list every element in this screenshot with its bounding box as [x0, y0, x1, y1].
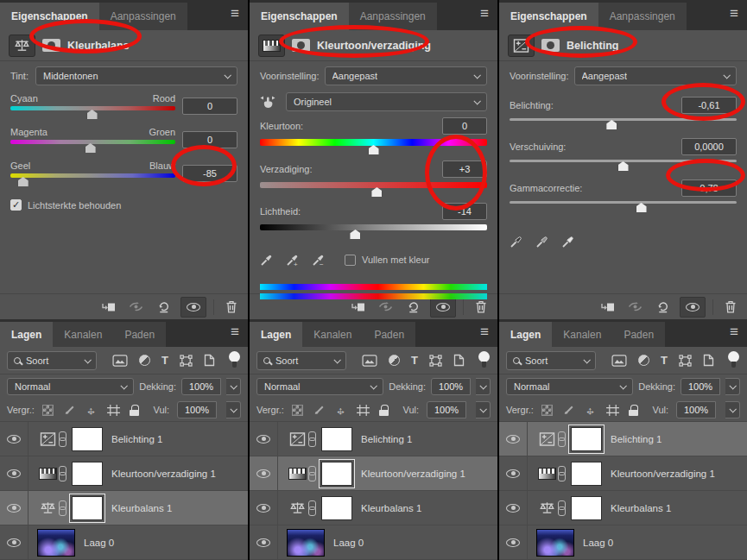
panel-menu-icon[interactable]: ≡	[480, 6, 497, 24]
layer-visibility-toggle[interactable]	[499, 525, 528, 559]
reset-icon[interactable]	[402, 297, 423, 318]
layer-mask-thumbnail[interactable]	[321, 462, 352, 486]
view-previous-state-icon[interactable]	[624, 297, 645, 318]
lock-artboard-icon[interactable]	[357, 405, 370, 416]
preset-select[interactable]: Aangepast	[574, 66, 738, 85]
blend-mode-select[interactable]: Normaal	[256, 378, 383, 395]
layer-row[interactable]: Kleurtoon/verzadiging 1	[0, 456, 248, 491]
slider-thumb[interactable]	[618, 161, 629, 171]
layers-menu-icon[interactable]: ≡	[231, 324, 248, 343]
opacity-value[interactable]: 100%	[181, 378, 221, 395]
pixel-layer-filter-icon[interactable]	[112, 355, 128, 367]
image-thumbnail[interactable]	[287, 529, 325, 557]
filter-type-select[interactable]: Soort	[256, 351, 346, 370]
slider-thumb[interactable]	[87, 110, 98, 119]
smart-object-filter-icon[interactable]	[453, 354, 465, 367]
clip-to-layer-icon[interactable]	[347, 297, 368, 318]
layer-visibility-toggle[interactable]	[499, 422, 528, 456]
blend-mode-select[interactable]: Normaal	[506, 378, 633, 395]
image-thumbnail[interactable]	[536, 529, 574, 557]
lock-all-icon[interactable]	[379, 405, 389, 416]
shape-layer-filter-icon[interactable]	[180, 355, 193, 367]
tab-lagen[interactable]: Lagen	[250, 322, 302, 347]
mask-link-icon[interactable]	[557, 431, 565, 446]
shape-layer-filter-icon[interactable]	[429, 355, 442, 367]
gamma-value[interactable]: 0,78	[681, 179, 737, 197]
layer-row[interactable]: Belichting 1	[499, 422, 747, 456]
fill-dropdown[interactable]	[725, 401, 740, 418]
smart-object-filter-icon[interactable]	[703, 354, 714, 367]
tab-aanpassingen[interactable]: Aanpassingen	[349, 3, 437, 30]
fill-dropdown[interactable]	[476, 401, 491, 418]
yellow-blue-slider[interactable]	[10, 173, 175, 186]
layer-row[interactable]: Belichting 1	[0, 422, 248, 456]
layer-mask-thumbnail[interactable]	[321, 496, 352, 520]
exposure-slider[interactable]	[510, 118, 737, 129]
lock-move-icon[interactable]: ↔↕	[85, 404, 98, 417]
eyedropper-plus-icon[interactable]: +	[286, 253, 300, 267]
white-point-eyedropper-icon[interactable]	[561, 235, 575, 249]
mask-link-icon[interactable]	[557, 500, 565, 515]
type-layer-filter-icon[interactable]: T	[661, 355, 668, 366]
opacity-dropdown[interactable]	[725, 378, 740, 395]
panel-menu-icon[interactable]: ≡	[730, 6, 747, 24]
layer-row[interactable]: Kleurbalans 1	[499, 491, 747, 525]
magenta-green-value[interactable]: 0	[182, 131, 237, 148]
mask-link-icon[interactable]	[307, 500, 315, 515]
layer-row[interactable]: Laag 0	[0, 525, 248, 560]
lock-paint-icon[interactable]	[313, 404, 325, 416]
tab-eigenschappen[interactable]: Eigenschappen	[250, 3, 349, 30]
layer-mask-thumbnail[interactable]	[571, 496, 602, 520]
exposure-value[interactable]: -0,61	[681, 97, 737, 114]
tint-select[interactable]: Middentonen	[35, 66, 237, 85]
trash-icon[interactable]	[471, 297, 491, 318]
slider-thumb[interactable]	[18, 177, 28, 186]
opacity-value[interactable]: 100%	[681, 378, 720, 395]
layer-visibility-toggle[interactable]	[0, 525, 28, 559]
clip-to-layer-icon[interactable]	[597, 297, 617, 318]
fill-value[interactable]: 100%	[177, 401, 217, 418]
lock-paint-icon[interactable]	[562, 404, 574, 416]
layer-row[interactable]: Kleurbalans 1	[250, 491, 497, 525]
preset-select[interactable]: Aangepast	[325, 66, 488, 85]
tab-aanpassingen[interactable]: Aanpassingen	[598, 3, 687, 30]
tab-paden[interactable]: Paden	[612, 322, 665, 347]
pixel-layer-filter-icon[interactable]	[362, 355, 377, 367]
lock-artboard-icon[interactable]	[107, 405, 120, 416]
type-layer-filter-icon[interactable]: T	[411, 355, 418, 366]
opacity-dropdown[interactable]	[226, 378, 241, 395]
blend-mode-select[interactable]: Normaal	[7, 378, 134, 395]
fill-value[interactable]: 100%	[676, 401, 716, 418]
layer-mask-thumbnail[interactable]	[571, 462, 602, 486]
tab-kanalen[interactable]: Kanalen	[552, 322, 612, 347]
slider-thumb[interactable]	[350, 230, 360, 239]
adjustment-layer-filter-icon[interactable]	[139, 355, 150, 366]
hue-slider[interactable]	[260, 139, 487, 154]
tab-paden[interactable]: Paden	[113, 322, 166, 347]
magenta-green-slider[interactable]	[10, 140, 175, 153]
trash-icon[interactable]	[221, 297, 242, 318]
tab-eigenschappen[interactable]: Eigenschappen	[0, 3, 99, 30]
layer-visibility-toggle[interactable]	[250, 422, 278, 456]
filter-toggle-icon[interactable]	[478, 351, 491, 370]
layer-visibility-toggle[interactable]	[499, 456, 528, 490]
saturation-slider[interactable]	[260, 182, 487, 197]
reset-icon[interactable]	[652, 297, 673, 318]
colorize-checkbox[interactable]	[345, 255, 356, 266]
opacity-value[interactable]: 100%	[431, 378, 471, 395]
layer-visibility-toggle[interactable]	[250, 456, 278, 490]
lock-move-icon[interactable]: ↔↕	[334, 404, 347, 417]
mask-link-icon[interactable]	[557, 466, 565, 481]
filter-type-select[interactable]: Soort	[7, 351, 97, 370]
image-thumbnail[interactable]	[37, 529, 75, 557]
layer-row[interactable]: Laag 0	[499, 525, 747, 560]
layer-row[interactable]: Kleurtoon/verzadiging 1	[499, 456, 747, 491]
cyan-red-value[interactable]: 0	[182, 98, 237, 115]
filter-toggle-icon[interactable]	[728, 351, 740, 370]
smart-object-filter-icon[interactable]	[204, 354, 215, 367]
lightness-value[interactable]: -14	[442, 203, 487, 220]
targeted-adjustment-hand-icon[interactable]	[260, 95, 275, 110]
layer-visibility-toggle[interactable]	[250, 491, 278, 525]
pixel-layer-filter-icon[interactable]	[611, 355, 627, 367]
layer-visibility-toggle[interactable]	[250, 525, 278, 559]
